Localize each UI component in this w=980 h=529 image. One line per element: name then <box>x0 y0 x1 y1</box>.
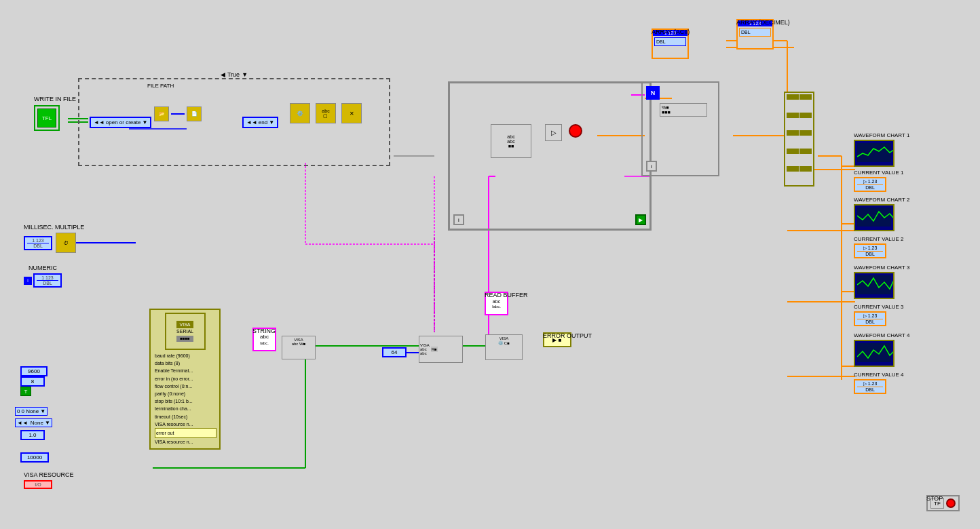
waveform-chart2[interactable] <box>854 204 894 231</box>
parity-label: parity (0:none) <box>155 390 216 397</box>
write-file-node: WRITE IN FILE TFL <box>34 105 60 131</box>
i-terminal-2: i <box>646 161 657 172</box>
stop-circle <box>569 124 582 138</box>
val-64[interactable]: 64 <box>382 347 407 357</box>
millisec-control[interactable]: 1 123 DBL <box>24 236 52 250</box>
array-decimel-section: ARRAY (DECIMEL) 1 123 DBL <box>736 19 774 50</box>
visa-resource-label: VISA RESOURCE <box>24 471 74 478</box>
matrix-block <box>784 92 814 187</box>
error-out-label: error out <box>155 428 216 438</box>
stop-section: STOP TF <box>926 495 960 511</box>
waveform-chart3[interactable] <box>854 272 894 299</box>
numeric-indicator-i: i <box>24 277 32 285</box>
visa-read-block: VISAabcabc R■ <box>419 336 463 363</box>
visa-configure-block: VISA⚙️ C■ <box>485 334 523 360</box>
stop-bits-label: stop bits (10:1 b... <box>155 397 216 405</box>
error-output-label: ERROR OUTPUT <box>543 332 592 339</box>
string-section: STRING abclabc. <box>252 328 276 351</box>
read-buffer-section: READ BUFFER abclabc. <box>485 292 508 315</box>
waveform-chart2-section: WAVEFORM CHART 2 <box>854 197 909 231</box>
current-value3-label: CURRENT VALUE 3 <box>854 304 904 310</box>
waveform-chart1-label: WAVEFORM CHART 1 <box>854 132 909 138</box>
waveform-chart4-section: WAVEFORM CHART 4 <box>854 332 909 367</box>
write-file-label: WRITE IN FILE <box>34 96 76 102</box>
term-char-label: termination cha... <box>155 405 216 412</box>
enable-term-label: Enable Terminat... <box>155 367 216 374</box>
condition-terminal: ▶ <box>635 214 646 225</box>
val-1-0[interactable]: 1.0 <box>20 430 45 440</box>
for-loop: N i %■■■■ <box>641 81 719 176</box>
millisec-function: ⏱ <box>56 233 76 253</box>
numeric-label: NUMERIC <box>24 264 62 271</box>
array-acii-label: ARRAY (ACII) <box>652 28 690 35</box>
array-decimel-label: ARRAY (DECIMEL) <box>736 19 790 26</box>
n-terminal: N <box>646 86 660 100</box>
current-value1-indicator[interactable]: ▷ 1.23 DBL <box>854 177 886 192</box>
numeric-section: NUMERIC i 1 123 DBL <box>24 264 62 288</box>
file-path-label: FILE PATH <box>147 83 174 89</box>
stop-label: STOP <box>926 495 943 502</box>
val-9600[interactable]: 9600 <box>20 366 48 376</box>
current-value4-label: CURRENT VALUE 4 <box>854 372 904 378</box>
numeric-control[interactable]: 1 123 DBL <box>33 273 62 288</box>
waveform-chart1[interactable] <box>854 140 894 167</box>
visa-resource-section: VISA RESOURCE I/O <box>24 471 74 489</box>
dropdown-none[interactable]: ◄◄ None ▼ <box>15 418 52 427</box>
current-value2-indicator[interactable]: ▷ 1.23 DBL <box>854 243 886 258</box>
current-value2-label: CURRENT VALUE 2 <box>854 236 904 242</box>
millisec-label: MILLISEC. MULTIPLE <box>24 224 84 231</box>
current-value4-indicator[interactable]: ▷ 1.23 DBL <box>854 379 886 394</box>
end-control[interactable]: ◄◄ end ▼ <box>242 117 278 128</box>
val-t: T <box>20 387 31 396</box>
dropdown-0-none[interactable]: 0 0 None ▼ <box>15 407 48 416</box>
visa-resource-control[interactable]: I/O <box>24 480 52 489</box>
open-create-label: open or create <box>106 119 141 125</box>
current-value4-section: CURRENT VALUE 4 ▷ 1.23 DBL <box>854 372 904 394</box>
array-acii-section: ARRAY (ACII) 1 123 DBL <box>652 28 689 59</box>
waveform-chart1-section: WAVEFORM CHART 1 <box>854 132 909 167</box>
stop-circle-button[interactable] <box>946 498 956 508</box>
current-value2-section: CURRENT VALUE 2 ▷ 1.23 DBL <box>854 236 904 258</box>
current-value1-label: CURRENT VALUE 1 <box>854 170 904 176</box>
current-value3-indicator[interactable]: ▷ 1.23 DBL <box>854 311 886 326</box>
current-value1-section: CURRENT VALUE 1 ▷ 1.23 DBL <box>854 170 904 192</box>
triangle-node: ▷ <box>545 124 562 141</box>
error-output-section: ERROR OUTPUT ▶ ■ <box>543 332 571 347</box>
val-10000[interactable]: 10000 <box>20 452 49 463</box>
val-8[interactable]: 8 <box>20 376 45 387</box>
waveform-chart4[interactable] <box>854 340 894 367</box>
true-label: True <box>227 71 240 78</box>
error-in-label: error in (no error... <box>155 375 216 383</box>
current-value3-section: CURRENT VALUE 3 ▷ 1.23 DBL <box>854 304 904 326</box>
while-loop: abcabc■■ ▷ i ▶ <box>448 81 652 231</box>
end-label: end <box>259 119 267 125</box>
waveform-chart4-label: WAVEFORM CHART 4 <box>854 332 909 338</box>
timeout-label: timeout (10sec) <box>155 413 216 420</box>
visa-resource-name-label: VISA resource n... <box>155 420 216 428</box>
visa-write-block: VISAabc W■ <box>282 336 316 359</box>
visa-serial-block: VISA SERIAL ■■■■ baud rate (9600) data b… <box>149 309 221 450</box>
string-label: STRING <box>252 328 276 334</box>
open-or-create-control[interactable]: ◄◄ open or create ▼ <box>90 117 151 128</box>
sub-vi-1: abcabc■■ <box>491 124 531 158</box>
millisec-section: MILLISEC. MULTIPLE 1 123 DBL ⏱ <box>24 224 84 253</box>
flow-control-label: flow control (0:n... <box>155 383 216 390</box>
waveform-chart3-label: WAVEFORM CHART 3 <box>854 264 909 271</box>
waveform-chart3-section: WAVEFORM CHART 3 <box>854 264 909 299</box>
i-terminal: i <box>453 214 464 225</box>
read-buffer-label: READ BUFFER <box>485 292 528 298</box>
baud-rate-label: baud rate (9600) <box>155 352 216 359</box>
visa-resource-out-label: VISA resource n... <box>155 438 216 446</box>
waveform-chart2-label: WAVEFORM CHART 2 <box>854 197 909 203</box>
case-structure: ◀ True ▼ FILE PATH ◄◄ open or create ▼ 📂… <box>78 78 390 166</box>
data-bits-label: data bits (8) <box>155 359 216 367</box>
